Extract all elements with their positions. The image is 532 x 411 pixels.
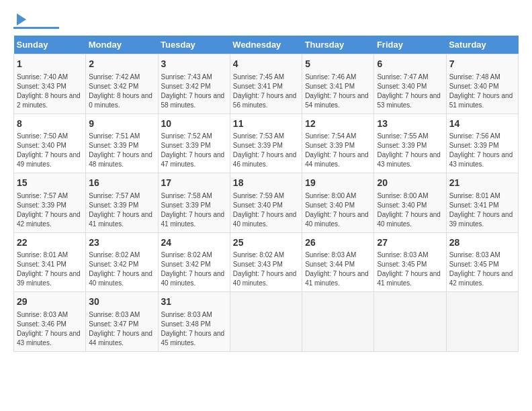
daylight-text: Daylight: 7 hours and 42 minutes. (449, 269, 515, 288)
sunset-text: Sunset: 3:41 PM (233, 82, 299, 91)
header-tuesday: Tuesday (158, 36, 230, 54)
calendar-cell: 8Sunrise: 7:50 AMSunset: 3:40 PMDaylight… (14, 113, 86, 173)
calendar-cell: 23Sunrise: 8:02 AMSunset: 3:42 PMDayligh… (86, 232, 158, 292)
sunrise-text: Sunrise: 8:00 AM (377, 191, 443, 201)
day-number: 5 (305, 58, 371, 71)
sunset-text: Sunset: 3:39 PM (449, 141, 515, 150)
sunrise-text: Sunrise: 8:03 AM (377, 250, 443, 260)
daylight-text: Daylight: 7 hours and 56 minutes. (233, 91, 299, 110)
daylight-text: Daylight: 7 hours and 43 minutes. (449, 150, 515, 169)
sunrise-text: Sunrise: 8:01 AM (17, 250, 83, 260)
daylight-text: Daylight: 7 hours and 40 minutes. (305, 210, 371, 229)
day-number: 17 (161, 177, 227, 190)
daylight-text: Daylight: 7 hours and 40 minutes. (233, 210, 299, 229)
day-number: 28 (449, 236, 515, 250)
calendar-cell: 31Sunrise: 8:03 AMSunset: 3:48 PMDayligh… (158, 292, 230, 352)
calendar-cell: 14Sunrise: 7:56 AMSunset: 3:39 PMDayligh… (446, 113, 518, 173)
logo (13, 13, 59, 29)
calendar-cell: 30Sunrise: 8:03 AMSunset: 3:47 PMDayligh… (86, 292, 158, 352)
day-number: 22 (17, 236, 83, 250)
calendar-cell: 26Sunrise: 8:03 AMSunset: 3:44 PMDayligh… (302, 232, 374, 292)
day-number: 4 (233, 58, 299, 71)
day-number: 12 (305, 118, 371, 131)
daylight-text: Daylight: 7 hours and 41 minutes. (161, 210, 227, 229)
day-number: 8 (17, 118, 83, 131)
sunset-text: Sunset: 3:41 PM (449, 201, 515, 210)
day-number: 3 (161, 58, 227, 71)
calendar-cell: 9Sunrise: 7:51 AMSunset: 3:39 PMDaylight… (86, 113, 158, 173)
day-number: 24 (161, 236, 227, 250)
day-number: 11 (233, 118, 299, 131)
sunrise-text: Sunrise: 8:02 AM (161, 250, 227, 260)
sunrise-text: Sunrise: 8:03 AM (17, 310, 83, 320)
sunrise-text: Sunrise: 8:03 AM (305, 250, 371, 260)
header-saturday: Saturday (446, 36, 518, 54)
daylight-text: Daylight: 7 hours and 47 minutes. (161, 150, 227, 169)
day-number: 2 (89, 58, 154, 71)
daylight-text: Daylight: 7 hours and 41 minutes. (377, 269, 443, 288)
sunset-text: Sunset: 3:41 PM (305, 82, 371, 91)
calendar-cell (446, 292, 518, 352)
calendar-cell: 7Sunrise: 7:48 AMSunset: 3:40 PMDaylight… (446, 54, 518, 114)
calendar-cell: 6Sunrise: 7:47 AMSunset: 3:40 PMDaylight… (374, 54, 446, 114)
sunset-text: Sunset: 3:39 PM (17, 201, 83, 210)
day-number: 15 (17, 177, 83, 190)
daylight-text: Daylight: 7 hours and 45 minutes. (161, 329, 227, 348)
daylight-text: Daylight: 7 hours and 53 minutes. (377, 91, 443, 110)
sunrise-text: Sunrise: 7:59 AM (233, 191, 299, 201)
sunset-text: Sunset: 3:39 PM (89, 141, 154, 150)
sunrise-text: Sunrise: 7:50 AM (17, 132, 83, 141)
header-wednesday: Wednesday (230, 36, 302, 54)
sunset-text: Sunset: 3:40 PM (377, 201, 443, 210)
sunset-text: Sunset: 3:48 PM (161, 320, 227, 329)
sunrise-text: Sunrise: 7:43 AM (161, 73, 227, 82)
sunset-text: Sunset: 3:39 PM (233, 141, 299, 150)
sunset-text: Sunset: 3:40 PM (449, 82, 515, 91)
daylight-text: Daylight: 7 hours and 43 minutes. (377, 150, 443, 169)
calendar-cell: 28Sunrise: 8:03 AMSunset: 3:45 PMDayligh… (446, 232, 518, 292)
calendar-cell: 22Sunrise: 8:01 AMSunset: 3:41 PMDayligh… (14, 232, 86, 292)
sunset-text: Sunset: 3:41 PM (17, 260, 83, 269)
day-number: 1 (17, 58, 83, 71)
daylight-text: Daylight: 7 hours and 58 minutes. (161, 91, 227, 110)
calendar-cell: 1Sunrise: 7:40 AMSunset: 3:43 PMDaylight… (14, 54, 86, 114)
day-number: 16 (89, 177, 154, 190)
calendar-cell: 5Sunrise: 7:46 AMSunset: 3:41 PMDaylight… (302, 54, 374, 114)
sunrise-text: Sunrise: 7:42 AM (89, 73, 154, 82)
calendar-cell: 21Sunrise: 8:01 AMSunset: 3:41 PMDayligh… (446, 173, 518, 233)
day-number: 27 (377, 236, 443, 250)
header-sunday: Sunday (14, 36, 86, 54)
sunset-text: Sunset: 3:40 PM (17, 141, 83, 150)
logo-underline (13, 27, 59, 29)
sunset-text: Sunset: 3:42 PM (89, 82, 154, 91)
daylight-text: Daylight: 7 hours and 39 minutes. (17, 269, 83, 288)
daylight-text: Daylight: 7 hours and 40 minutes. (233, 269, 299, 288)
daylight-text: Daylight: 7 hours and 51 minutes. (449, 91, 515, 110)
sunset-text: Sunset: 3:45 PM (449, 260, 515, 269)
sunrise-text: Sunrise: 8:03 AM (449, 250, 515, 260)
sunrise-text: Sunrise: 7:46 AM (305, 73, 371, 82)
sunrise-text: Sunrise: 8:02 AM (233, 250, 299, 260)
daylight-text: Daylight: 7 hours and 54 minutes. (305, 91, 371, 110)
daylight-text: Daylight: 8 hours and 2 minutes. (17, 91, 83, 110)
sunrise-text: Sunrise: 8:03 AM (89, 310, 154, 320)
sunset-text: Sunset: 3:44 PM (305, 260, 371, 269)
calendar-cell: 24Sunrise: 8:02 AMSunset: 3:42 PMDayligh… (158, 232, 230, 292)
sunrise-text: Sunrise: 7:52 AM (161, 132, 227, 141)
sunrise-text: Sunrise: 7:45 AM (233, 73, 299, 82)
calendar-cell: 27Sunrise: 8:03 AMSunset: 3:45 PMDayligh… (374, 232, 446, 292)
header-monday: Monday (86, 36, 158, 54)
sunset-text: Sunset: 3:42 PM (89, 260, 154, 269)
sunrise-text: Sunrise: 7:53 AM (233, 132, 299, 141)
daylight-text: Daylight: 7 hours and 48 minutes. (89, 150, 154, 169)
day-number: 9 (89, 118, 154, 131)
sunrise-text: Sunrise: 7:57 AM (17, 191, 83, 201)
sunset-text: Sunset: 3:42 PM (161, 260, 227, 269)
calendar-cell: 12Sunrise: 7:54 AMSunset: 3:39 PMDayligh… (302, 113, 374, 173)
sunset-text: Sunset: 3:43 PM (233, 260, 299, 269)
calendar-week-5: 29Sunrise: 8:03 AMSunset: 3:46 PMDayligh… (14, 292, 519, 352)
sunset-text: Sunset: 3:45 PM (377, 260, 443, 269)
sunset-text: Sunset: 3:42 PM (161, 82, 227, 91)
sunrise-text: Sunrise: 7:40 AM (17, 73, 83, 82)
calendar-cell (230, 292, 302, 352)
